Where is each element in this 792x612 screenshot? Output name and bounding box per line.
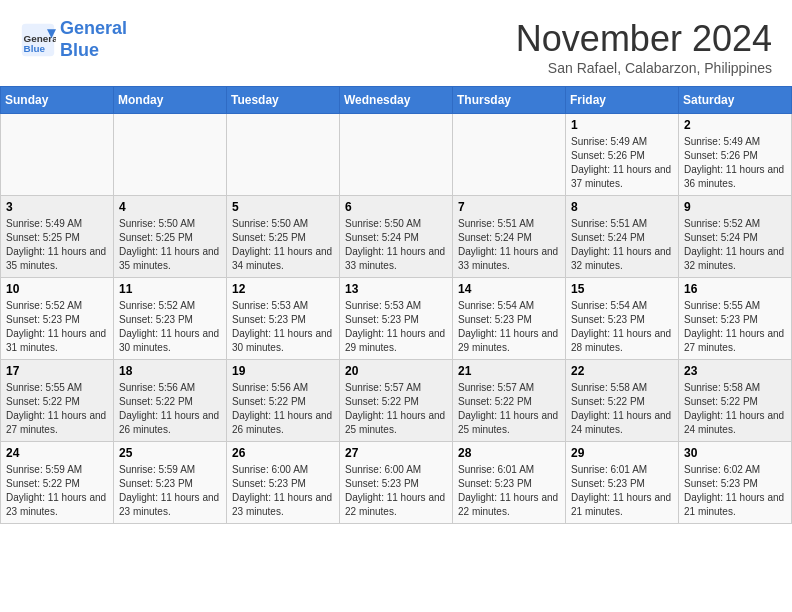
calendar-cell: 7Sunrise: 5:51 AM Sunset: 5:24 PM Daylig… [453, 196, 566, 278]
calendar-cell [453, 114, 566, 196]
calendar-cell: 3Sunrise: 5:49 AM Sunset: 5:25 PM Daylig… [1, 196, 114, 278]
calendar-week-row: 10Sunrise: 5:52 AM Sunset: 5:23 PM Dayli… [1, 278, 792, 360]
calendar-week-row: 1Sunrise: 5:49 AM Sunset: 5:26 PM Daylig… [1, 114, 792, 196]
calendar-cell: 16Sunrise: 5:55 AM Sunset: 5:23 PM Dayli… [679, 278, 792, 360]
calendar-week-row: 3Sunrise: 5:49 AM Sunset: 5:25 PM Daylig… [1, 196, 792, 278]
day-number: 25 [119, 446, 221, 460]
day-info: Sunrise: 6:00 AM Sunset: 5:23 PM Dayligh… [345, 463, 447, 519]
day-number: 8 [571, 200, 673, 214]
month-title: November 2024 [516, 18, 772, 60]
calendar-cell: 24Sunrise: 5:59 AM Sunset: 5:22 PM Dayli… [1, 442, 114, 524]
day-info: Sunrise: 5:53 AM Sunset: 5:23 PM Dayligh… [232, 299, 334, 355]
day-info: Sunrise: 5:55 AM Sunset: 5:23 PM Dayligh… [684, 299, 786, 355]
calendar-cell: 6Sunrise: 5:50 AM Sunset: 5:24 PM Daylig… [340, 196, 453, 278]
location-subtitle: San Rafael, Calabarzon, Philippines [516, 60, 772, 76]
calendar-cell [1, 114, 114, 196]
day-info: Sunrise: 5:56 AM Sunset: 5:22 PM Dayligh… [232, 381, 334, 437]
day-info: Sunrise: 5:54 AM Sunset: 5:23 PM Dayligh… [571, 299, 673, 355]
calendar-cell: 21Sunrise: 5:57 AM Sunset: 5:22 PM Dayli… [453, 360, 566, 442]
weekday-header-saturday: Saturday [679, 87, 792, 114]
day-number: 19 [232, 364, 334, 378]
svg-text:Blue: Blue [24, 42, 46, 53]
day-info: Sunrise: 5:57 AM Sunset: 5:22 PM Dayligh… [458, 381, 560, 437]
page-header: General Blue General Blue November 2024 … [0, 0, 792, 86]
day-info: Sunrise: 5:58 AM Sunset: 5:22 PM Dayligh… [684, 381, 786, 437]
calendar-cell: 22Sunrise: 5:58 AM Sunset: 5:22 PM Dayli… [566, 360, 679, 442]
calendar-cell: 20Sunrise: 5:57 AM Sunset: 5:22 PM Dayli… [340, 360, 453, 442]
weekday-header-wednesday: Wednesday [340, 87, 453, 114]
calendar-cell: 15Sunrise: 5:54 AM Sunset: 5:23 PM Dayli… [566, 278, 679, 360]
day-info: Sunrise: 5:50 AM Sunset: 5:25 PM Dayligh… [119, 217, 221, 273]
day-info: Sunrise: 5:51 AM Sunset: 5:24 PM Dayligh… [571, 217, 673, 273]
day-info: Sunrise: 5:49 AM Sunset: 5:26 PM Dayligh… [684, 135, 786, 191]
weekday-header-friday: Friday [566, 87, 679, 114]
calendar-cell: 30Sunrise: 6:02 AM Sunset: 5:23 PM Dayli… [679, 442, 792, 524]
calendar-cell: 23Sunrise: 5:58 AM Sunset: 5:22 PM Dayli… [679, 360, 792, 442]
day-number: 21 [458, 364, 560, 378]
day-number: 14 [458, 282, 560, 296]
calendar-cell: 12Sunrise: 5:53 AM Sunset: 5:23 PM Dayli… [227, 278, 340, 360]
day-info: Sunrise: 5:49 AM Sunset: 5:26 PM Dayligh… [571, 135, 673, 191]
day-number: 18 [119, 364, 221, 378]
weekday-header-thursday: Thursday [453, 87, 566, 114]
day-number: 28 [458, 446, 560, 460]
logo: General Blue General Blue [20, 18, 127, 61]
day-info: Sunrise: 6:01 AM Sunset: 5:23 PM Dayligh… [458, 463, 560, 519]
day-info: Sunrise: 5:50 AM Sunset: 5:24 PM Dayligh… [345, 217, 447, 273]
calendar-cell: 27Sunrise: 6:00 AM Sunset: 5:23 PM Dayli… [340, 442, 453, 524]
calendar-cell: 14Sunrise: 5:54 AM Sunset: 5:23 PM Dayli… [453, 278, 566, 360]
calendar-week-row: 24Sunrise: 5:59 AM Sunset: 5:22 PM Dayli… [1, 442, 792, 524]
calendar-cell: 4Sunrise: 5:50 AM Sunset: 5:25 PM Daylig… [114, 196, 227, 278]
calendar-cell: 18Sunrise: 5:56 AM Sunset: 5:22 PM Dayli… [114, 360, 227, 442]
calendar-cell: 29Sunrise: 6:01 AM Sunset: 5:23 PM Dayli… [566, 442, 679, 524]
day-info: Sunrise: 5:59 AM Sunset: 5:22 PM Dayligh… [6, 463, 108, 519]
day-info: Sunrise: 5:50 AM Sunset: 5:25 PM Dayligh… [232, 217, 334, 273]
calendar-table: SundayMondayTuesdayWednesdayThursdayFrid… [0, 86, 792, 524]
day-number: 24 [6, 446, 108, 460]
day-number: 23 [684, 364, 786, 378]
day-info: Sunrise: 5:54 AM Sunset: 5:23 PM Dayligh… [458, 299, 560, 355]
day-number: 20 [345, 364, 447, 378]
calendar-cell: 25Sunrise: 5:59 AM Sunset: 5:23 PM Dayli… [114, 442, 227, 524]
day-number: 12 [232, 282, 334, 296]
calendar-header-row: SundayMondayTuesdayWednesdayThursdayFrid… [1, 87, 792, 114]
calendar-cell: 19Sunrise: 5:56 AM Sunset: 5:22 PM Dayli… [227, 360, 340, 442]
weekday-header-tuesday: Tuesday [227, 87, 340, 114]
day-number: 11 [119, 282, 221, 296]
day-number: 2 [684, 118, 786, 132]
day-info: Sunrise: 5:59 AM Sunset: 5:23 PM Dayligh… [119, 463, 221, 519]
calendar-week-row: 17Sunrise: 5:55 AM Sunset: 5:22 PM Dayli… [1, 360, 792, 442]
day-number: 1 [571, 118, 673, 132]
day-number: 5 [232, 200, 334, 214]
calendar-cell: 1Sunrise: 5:49 AM Sunset: 5:26 PM Daylig… [566, 114, 679, 196]
day-info: Sunrise: 6:02 AM Sunset: 5:23 PM Dayligh… [684, 463, 786, 519]
title-block: November 2024 San Rafael, Calabarzon, Ph… [516, 18, 772, 76]
day-info: Sunrise: 6:01 AM Sunset: 5:23 PM Dayligh… [571, 463, 673, 519]
day-number: 29 [571, 446, 673, 460]
day-info: Sunrise: 5:52 AM Sunset: 5:24 PM Dayligh… [684, 217, 786, 273]
calendar-cell: 2Sunrise: 5:49 AM Sunset: 5:26 PM Daylig… [679, 114, 792, 196]
calendar-cell: 9Sunrise: 5:52 AM Sunset: 5:24 PM Daylig… [679, 196, 792, 278]
calendar-cell: 26Sunrise: 6:00 AM Sunset: 5:23 PM Dayli… [227, 442, 340, 524]
day-number: 9 [684, 200, 786, 214]
day-number: 3 [6, 200, 108, 214]
day-info: Sunrise: 5:51 AM Sunset: 5:24 PM Dayligh… [458, 217, 560, 273]
calendar-cell: 11Sunrise: 5:52 AM Sunset: 5:23 PM Dayli… [114, 278, 227, 360]
day-number: 10 [6, 282, 108, 296]
calendar-cell: 8Sunrise: 5:51 AM Sunset: 5:24 PM Daylig… [566, 196, 679, 278]
day-number: 22 [571, 364, 673, 378]
day-info: Sunrise: 6:00 AM Sunset: 5:23 PM Dayligh… [232, 463, 334, 519]
day-number: 15 [571, 282, 673, 296]
day-number: 17 [6, 364, 108, 378]
logo-icon: General Blue [20, 22, 56, 58]
day-number: 30 [684, 446, 786, 460]
weekday-header-sunday: Sunday [1, 87, 114, 114]
day-number: 4 [119, 200, 221, 214]
calendar-cell: 17Sunrise: 5:55 AM Sunset: 5:22 PM Dayli… [1, 360, 114, 442]
day-number: 27 [345, 446, 447, 460]
calendar-cell: 10Sunrise: 5:52 AM Sunset: 5:23 PM Dayli… [1, 278, 114, 360]
day-number: 16 [684, 282, 786, 296]
day-info: Sunrise: 5:56 AM Sunset: 5:22 PM Dayligh… [119, 381, 221, 437]
day-number: 26 [232, 446, 334, 460]
calendar-cell [227, 114, 340, 196]
